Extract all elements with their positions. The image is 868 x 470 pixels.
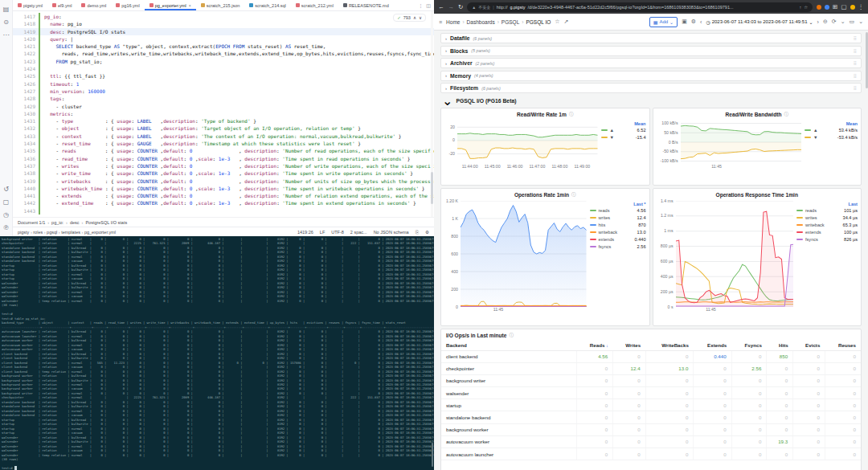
legend-item-writeback[interactable]: writeback65.3 µs — [796, 222, 858, 229]
time-range-picker[interactable]: ◷ 2023-06-07 11:43:03 to 2023-06-07 11:4… — [706, 19, 813, 25]
drag-handle-icon[interactable]: ⠿ — [854, 60, 857, 66]
dashboard-settings-icon[interactable]: ⚙ — [691, 18, 696, 25]
panel-title[interactable]: Operations Rate 1minⓘ — [441, 189, 649, 199]
legend-item-fsyncs[interactable]: fsyncs2.56 — [590, 243, 646, 251]
row-pgsql-io[interactable]: ⌄ PGSQL I/O (PG16 Beta) — [440, 96, 862, 107]
plot[interactable] — [676, 201, 794, 307]
bookmark-star-icon[interactable]: ☆ — [804, 5, 808, 10]
tab-scratch_212.yml[interactable]: scratch_212.yml — [291, 0, 338, 10]
statusbar-indent[interactable]: 2 spac... — [350, 230, 367, 235]
settings-icon[interactable]: ⚙ — [425, 230, 429, 235]
drag-handle-icon[interactable]: ⠿ — [854, 35, 857, 41]
editor-scrollbar[interactable] — [431, 11, 433, 217]
inspections-widget[interactable]: ✓ 793 ∧ ∨ — [393, 14, 426, 22]
column-header-evicts[interactable]: Evicts — [793, 340, 825, 351]
tab-pg16.yml[interactable]: pg16.yml — [111, 0, 144, 10]
tab-pg_exporter.yml[interactable]: pg_exporter.yml× — [145, 0, 196, 10]
column-header-reads[interactable]: Reads ↓ — [576, 340, 613, 351]
column-header-reuses[interactable]: Reuses — [825, 340, 861, 351]
row-blocks[interactable]: ›Blocks(5 panels)⠿ — [440, 46, 862, 56]
row-datafile[interactable]: ›Datafile(6 panels)⠿ — [440, 33, 862, 43]
column-header-fsyncs[interactable]: Fsyncs — [731, 340, 767, 351]
column-header-writebacks[interactable]: WriteBacks — [645, 340, 694, 351]
statusbar-encoding[interactable]: UTF-8 — [331, 230, 344, 235]
row-filesystem[interactable]: ›Filesystem(6 panels)⠿ — [440, 83, 862, 93]
breadcrumb-item[interactable]: desc — [70, 220, 80, 225]
time-back-icon[interactable]: ‹ — [700, 19, 702, 25]
bookmarks-icon[interactable]: ▢ — [0, 195, 12, 208]
code-editor[interactable]: ✓ 793 ∧ ∨ 1417pg_io:1418 name: pg_io1419… — [13, 11, 434, 217]
legend-item-▲[interactable]: ▲6.52 — [601, 127, 646, 134]
info-icon[interactable]: ⓘ — [784, 112, 788, 117]
share-dashboard-icon[interactable]: ↗ — [564, 18, 569, 25]
refresh-icon[interactable]: ⟳ — [832, 18, 837, 25]
tab-scratch_214.sql[interactable]: scratch_214.sql — [244, 0, 291, 10]
drag-handle-icon[interactable]: ⠿ — [854, 73, 857, 79]
commit-icon[interactable]: ⊙ — [0, 15, 12, 28]
back-icon[interactable]: ← — [438, 3, 444, 10]
profile-avatar[interactable] — [850, 5, 855, 10]
breadcrumb-item-pgsql[interactable]: PGSQL — [502, 19, 519, 25]
column-header-extends[interactable]: Extends — [694, 340, 731, 351]
problems-icon[interactable]: ◷ — [0, 208, 12, 221]
row-archiver[interactable]: ›Archiver(2 panels)⠿ — [440, 58, 862, 68]
tab-scratch_215.json[interactable]: scratch_215.json — [196, 0, 245, 10]
more-tools-icon[interactable]: ⋯ — [0, 28, 12, 41]
path-item[interactable]: pigsty — [18, 230, 29, 235]
legend-header[interactable]: Last * — [590, 202, 646, 206]
tab-el9.yml[interactable]: el9.yml — [47, 0, 76, 10]
legend-item-▲[interactable]: ▲53.4 kB/s — [805, 127, 858, 134]
next-problem-icon[interactable]: ∨ — [419, 15, 422, 20]
tv-mode-icon[interactable]: ▭ — [850, 18, 855, 25]
legend-item-writes[interactable]: writes34.4 µs — [796, 215, 858, 222]
save-dashboard-icon[interactable]: ▣ — [682, 18, 687, 25]
time-forward-icon[interactable]: › — [817, 19, 819, 25]
statusbar-schema[interactable]: No JSON schema — [374, 230, 409, 235]
legend-item-▼[interactable]: ▼-53.4 kB/s — [805, 134, 858, 141]
column-header-writes[interactable]: Writes — [613, 340, 645, 351]
prev-problem-icon[interactable]: ∧ — [413, 15, 416, 20]
legend-item-writeback[interactable]: writeback13.0 — [590, 229, 646, 236]
forward-icon[interactable]: → — [448, 3, 455, 10]
extension-icon[interactable] — [825, 5, 829, 10]
add-panel-button[interactable]: ▦ Add ⌄ — [649, 17, 678, 27]
browser-menu-icon[interactable]: ⋮ — [858, 3, 865, 10]
tab-demo.yml[interactable]: demo.yml — [76, 0, 111, 10]
column-header-backend[interactable]: Backend — [441, 340, 576, 351]
drag-handle-icon[interactable]: ⠿ — [854, 85, 857, 91]
extension-icon[interactable] — [817, 5, 821, 10]
path-item[interactable]: templates — [61, 230, 80, 235]
breadcrumb-item-dashboards[interactable]: Dashboards — [467, 19, 495, 25]
dashboard-scrollbar[interactable] — [865, 31, 868, 470]
legend-item-extends[interactable]: extends100 µs — [796, 229, 858, 236]
refresh-interval-chevron-icon[interactable]: ⌄ — [841, 18, 845, 25]
row-memory[interactable]: ›Memory(4 panels)⠿ — [440, 71, 862, 81]
info-icon[interactable]: ⓘ — [569, 112, 574, 117]
legend-item-hits[interactable]: hits870 — [590, 222, 646, 229]
legend-header[interactable]: Last — [796, 202, 858, 206]
legend-item-extends[interactable]: extends0.440 — [590, 236, 646, 243]
hamburger-menu-icon[interactable]: ≡ — [439, 19, 442, 25]
zoom-out-time-icon[interactable]: ⊖ — [823, 18, 828, 25]
side-panel-icon[interactable]: ▢ — [841, 3, 846, 10]
terminal[interactable]: background writer | relation | normal | … — [0, 236, 434, 470]
breadcrumb-item[interactable]: PostgreSQL I/O stats — [85, 220, 127, 225]
legend-header[interactable]: Mean — [601, 121, 646, 126]
breadcrumb-item-home[interactable]: Home — [446, 19, 460, 25]
plot[interactable] — [461, 201, 587, 307]
plot[interactable] — [457, 121, 598, 164]
tab-RELEASENOTE.md[interactable]: RELEASENOTE.md — [338, 0, 394, 10]
legend-item-reads[interactable]: reads101 µs — [796, 207, 858, 215]
reload-icon[interactable]: ↻ — [458, 3, 463, 10]
extensions-puzzle-icon[interactable]: ⊞ — [833, 3, 837, 10]
share-page-icon[interactable]: ↑ — [799, 5, 801, 10]
path-item[interactable]: pg_exporter.yml — [84, 230, 116, 235]
more-tabs-icon[interactable]: ⋮ — [418, 2, 423, 8]
info-icon[interactable]: ⓘ — [509, 333, 514, 338]
close-tab-icon[interactable]: × — [189, 3, 191, 8]
tab-pigsty.yml[interactable]: pigsty.yml — [13, 0, 47, 10]
breadcrumb-item[interactable]: pg_io: — [51, 220, 63, 225]
legend-header[interactable]: Mean — [805, 121, 858, 126]
breadcrumb-item[interactable]: Document 1/1 — [18, 220, 45, 225]
panel-title[interactable]: Read/Write Bandwidthⓘ — [653, 108, 862, 119]
